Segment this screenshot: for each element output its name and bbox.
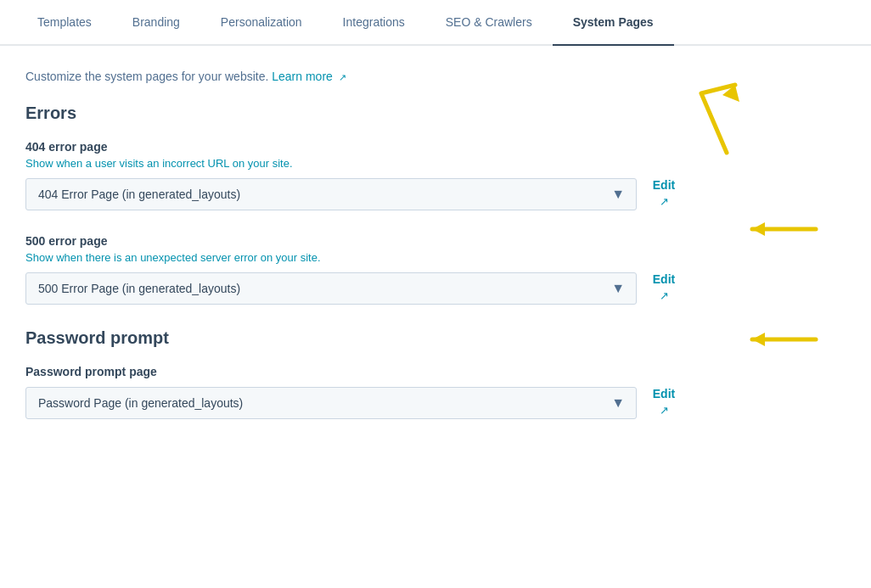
password-select-wrapper: Password Page (in generated_layouts) ▼ [25,387,637,419]
404-edit-actions: Edit ↗ [647,178,681,208]
password-edit-actions: Edit ↗ [647,387,681,417]
404-error-field: 404 error page Show when a user visits a… [25,140,739,210]
404-field-label: 404 error page [25,140,739,154]
500-edit-link[interactable]: Edit [653,272,675,286]
tab-branding[interactable]: Branding [112,0,200,46]
password-prompt-select[interactable]: Password Page (in generated_layouts) [25,387,637,419]
500-field-description: Show when there is an unexpected server … [25,251,739,264]
password-section: Password prompt Password prompt page Pas… [25,328,739,419]
500-edit-actions: Edit ↗ [647,272,681,302]
500-error-field: 500 error page Show when there is an une… [25,234,739,305]
password-edit-link[interactable]: Edit [653,387,675,400]
tab-integrations[interactable]: Integrations [323,0,425,46]
500-error-select[interactable]: 500 Error Page (in generated_layouts) [25,272,637,305]
password-prompt-field: Password prompt page Password Page (in g… [25,365,739,419]
learn-more-link[interactable]: Learn more ↗ [272,70,346,83]
password-edit-external-icon[interactable]: ↗ [660,404,669,417]
tab-system-pages[interactable]: System Pages [553,0,674,46]
password-field-label: Password prompt page [25,365,739,378]
404-edit-link[interactable]: Edit [653,178,675,192]
intro-paragraph: Customize the system pages for your webs… [25,70,739,83]
500-select-row: 500 Error Page (in generated_layouts) ▼ … [25,272,739,305]
500-edit-external-icon[interactable]: ↗ [660,289,669,302]
tab-templates[interactable]: Templates [17,0,112,46]
404-error-select[interactable]: 404 Error Page (in generated_layouts) [25,178,637,210]
404-select-row: 404 Error Page (in generated_layouts) ▼ … [25,178,739,210]
external-link-icon: ↗ [339,72,346,83]
tabs-navigation: Templates Branding Personalization Integ… [0,0,871,46]
500-field-label: 500 error page [25,234,739,248]
intro-text: Customize the system pages for your webs… [25,70,268,83]
404-field-description: Show when a user visits an incorrect URL… [25,157,739,170]
main-content: Customize the system pages for your webs… [0,46,764,467]
errors-section-title: Errors [25,104,739,123]
500-select-wrapper: 500 Error Page (in generated_layouts) ▼ [25,272,637,305]
tab-personalization[interactable]: Personalization [200,0,323,46]
tab-seo-crawlers[interactable]: SEO & Crawlers [425,0,553,46]
404-select-wrapper: 404 Error Page (in generated_layouts) ▼ [25,178,637,210]
password-section-title: Password prompt [25,328,739,348]
404-edit-external-icon[interactable]: ↗ [660,195,669,208]
password-select-row: Password Page (in generated_layouts) ▼ E… [25,387,739,419]
